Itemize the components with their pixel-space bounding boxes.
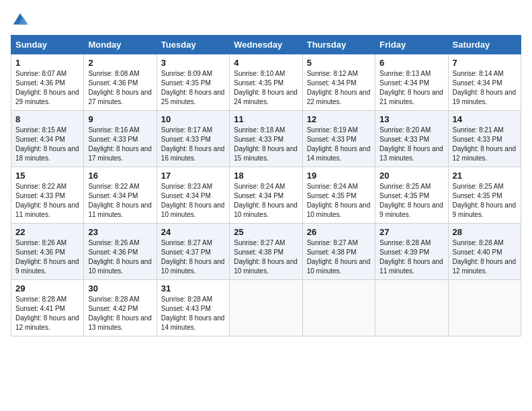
calendar-day-cell: 26 Sunrise: 8:27 AM Sunset: 4:38 PM Dayl… xyxy=(302,224,375,280)
day-info: Sunrise: 8:27 AM Sunset: 4:37 PM Dayligh… xyxy=(161,238,225,276)
calendar-day-cell: 1 Sunrise: 8:07 AM Sunset: 4:36 PM Dayli… xyxy=(11,54,84,111)
calendar-week-row: 22 Sunrise: 8:26 AM Sunset: 4:36 PM Dayl… xyxy=(11,224,521,280)
day-number: 16 xyxy=(88,171,152,181)
day-info: Sunrise: 8:27 AM Sunset: 4:38 PM Dayligh… xyxy=(307,238,371,276)
day-number: 11 xyxy=(234,114,298,124)
calendar-week-row: 15 Sunrise: 8:22 AM Sunset: 4:33 PM Dayl… xyxy=(11,167,521,224)
day-info: Sunrise: 8:22 AM Sunset: 4:34 PM Dayligh… xyxy=(88,182,152,220)
day-number: 26 xyxy=(307,227,371,237)
calendar-day-cell: 9 Sunrise: 8:16 AM Sunset: 4:33 PM Dayli… xyxy=(84,111,157,167)
day-info: Sunrise: 8:25 AM Sunset: 4:35 PM Dayligh… xyxy=(453,182,517,220)
weekday-header: Wednesday xyxy=(230,36,302,54)
day-number: 27 xyxy=(380,227,443,237)
calendar-week-row: 8 Sunrise: 8:15 AM Sunset: 4:34 PM Dayli… xyxy=(11,111,521,167)
day-info: Sunrise: 8:28 AM Sunset: 4:39 PM Dayligh… xyxy=(380,238,443,276)
day-number: 21 xyxy=(453,171,517,181)
calendar-day-cell: 18 Sunrise: 8:24 AM Sunset: 4:34 PM Dayl… xyxy=(230,167,302,224)
day-info: Sunrise: 8:14 AM Sunset: 4:34 PM Dayligh… xyxy=(453,69,517,107)
day-number: 2 xyxy=(88,58,152,68)
day-number: 1 xyxy=(15,58,79,68)
calendar-day-cell: 8 Sunrise: 8:15 AM Sunset: 4:34 PM Dayli… xyxy=(11,111,84,167)
day-info: Sunrise: 8:28 AM Sunset: 4:42 PM Dayligh… xyxy=(88,295,152,332)
calendar-day-cell: 15 Sunrise: 8:22 AM Sunset: 4:33 PM Dayl… xyxy=(11,167,84,224)
calendar-day-cell: 3 Sunrise: 8:09 AM Sunset: 4:35 PM Dayli… xyxy=(157,54,229,111)
logo xyxy=(11,11,32,30)
day-info: Sunrise: 8:09 AM Sunset: 4:35 PM Dayligh… xyxy=(161,69,225,107)
calendar-day-cell: 24 Sunrise: 8:27 AM Sunset: 4:37 PM Dayl… xyxy=(157,224,229,280)
day-info: Sunrise: 8:28 AM Sunset: 4:40 PM Dayligh… xyxy=(453,238,517,276)
day-number: 15 xyxy=(15,171,79,181)
day-number: 17 xyxy=(161,171,225,181)
day-number: 10 xyxy=(161,114,225,124)
calendar-table: SundayMondayTuesdayWednesdayThursdayFrid… xyxy=(11,35,521,336)
day-number: 14 xyxy=(453,114,517,124)
calendar-day-cell: 17 Sunrise: 8:23 AM Sunset: 4:34 PM Dayl… xyxy=(157,167,229,224)
calendar-day-cell xyxy=(375,280,448,336)
calendar-day-cell: 21 Sunrise: 8:25 AM Sunset: 4:35 PM Dayl… xyxy=(448,167,521,224)
day-info: Sunrise: 8:24 AM Sunset: 4:35 PM Dayligh… xyxy=(307,182,371,220)
day-number: 4 xyxy=(234,58,298,68)
day-number: 19 xyxy=(307,171,371,181)
day-number: 13 xyxy=(380,114,443,124)
calendar-day-cell: 2 Sunrise: 8:08 AM Sunset: 4:36 PM Dayli… xyxy=(84,54,157,111)
page-header xyxy=(11,11,521,30)
day-info: Sunrise: 8:23 AM Sunset: 4:34 PM Dayligh… xyxy=(161,182,225,220)
weekday-header: Sunday xyxy=(11,36,84,54)
day-info: Sunrise: 8:13 AM Sunset: 4:34 PM Dayligh… xyxy=(380,69,443,107)
calendar-day-cell: 29 Sunrise: 8:28 AM Sunset: 4:41 PM Dayl… xyxy=(11,280,84,336)
day-number: 20 xyxy=(380,171,443,181)
day-number: 7 xyxy=(453,58,517,68)
day-info: Sunrise: 8:26 AM Sunset: 4:36 PM Dayligh… xyxy=(15,238,79,276)
day-number: 5 xyxy=(307,58,371,68)
day-number: 24 xyxy=(161,227,225,237)
calendar-day-cell: 28 Sunrise: 8:28 AM Sunset: 4:40 PM Dayl… xyxy=(448,224,521,280)
calendar-day-cell xyxy=(230,280,302,336)
day-info: Sunrise: 8:24 AM Sunset: 4:34 PM Dayligh… xyxy=(234,182,298,220)
day-number: 8 xyxy=(15,114,79,124)
day-info: Sunrise: 8:27 AM Sunset: 4:38 PM Dayligh… xyxy=(234,238,298,276)
day-info: Sunrise: 8:26 AM Sunset: 4:36 PM Dayligh… xyxy=(88,238,152,276)
day-info: Sunrise: 8:21 AM Sunset: 4:33 PM Dayligh… xyxy=(453,126,517,163)
day-number: 31 xyxy=(161,283,225,293)
day-info: Sunrise: 8:18 AM Sunset: 4:33 PM Dayligh… xyxy=(234,126,298,163)
day-info: Sunrise: 8:22 AM Sunset: 4:33 PM Dayligh… xyxy=(15,182,79,220)
day-number: 29 xyxy=(15,283,79,293)
weekday-header: Thursday xyxy=(302,36,375,54)
day-number: 25 xyxy=(234,227,298,237)
day-number: 28 xyxy=(453,227,517,237)
day-number: 22 xyxy=(15,227,79,237)
day-info: Sunrise: 8:16 AM Sunset: 4:33 PM Dayligh… xyxy=(88,126,152,163)
weekday-header: Friday xyxy=(375,36,448,54)
day-number: 18 xyxy=(234,171,298,181)
calendar-day-cell: 5 Sunrise: 8:12 AM Sunset: 4:34 PM Dayli… xyxy=(302,54,375,111)
calendar-week-row: 29 Sunrise: 8:28 AM Sunset: 4:41 PM Dayl… xyxy=(11,280,521,336)
weekday-header: Saturday xyxy=(448,36,521,54)
day-number: 3 xyxy=(161,58,225,68)
day-number: 23 xyxy=(88,227,152,237)
calendar-day-cell: 22 Sunrise: 8:26 AM Sunset: 4:36 PM Dayl… xyxy=(11,224,84,280)
calendar-day-cell: 30 Sunrise: 8:28 AM Sunset: 4:42 PM Dayl… xyxy=(84,280,157,336)
day-info: Sunrise: 8:28 AM Sunset: 4:41 PM Dayligh… xyxy=(15,295,79,332)
calendar-day-cell xyxy=(302,280,375,336)
day-number: 6 xyxy=(380,58,443,68)
calendar-header-row: SundayMondayTuesdayWednesdayThursdayFrid… xyxy=(11,36,521,54)
calendar-week-row: 1 Sunrise: 8:07 AM Sunset: 4:36 PM Dayli… xyxy=(11,54,521,111)
day-info: Sunrise: 8:28 AM Sunset: 4:43 PM Dayligh… xyxy=(161,295,225,332)
calendar-day-cell xyxy=(448,280,521,336)
day-number: 9 xyxy=(88,114,152,124)
calendar-day-cell: 27 Sunrise: 8:28 AM Sunset: 4:39 PM Dayl… xyxy=(375,224,448,280)
calendar-day-cell: 20 Sunrise: 8:25 AM Sunset: 4:35 PM Dayl… xyxy=(375,167,448,224)
calendar-day-cell: 13 Sunrise: 8:20 AM Sunset: 4:33 PM Dayl… xyxy=(375,111,448,167)
calendar-day-cell: 6 Sunrise: 8:13 AM Sunset: 4:34 PM Dayli… xyxy=(375,54,448,111)
calendar-day-cell: 4 Sunrise: 8:10 AM Sunset: 4:35 PM Dayli… xyxy=(230,54,302,111)
day-info: Sunrise: 8:07 AM Sunset: 4:36 PM Dayligh… xyxy=(15,69,79,107)
calendar-day-cell: 23 Sunrise: 8:26 AM Sunset: 4:36 PM Dayl… xyxy=(84,224,157,280)
weekday-header: Tuesday xyxy=(157,36,229,54)
calendar-day-cell: 12 Sunrise: 8:19 AM Sunset: 4:33 PM Dayl… xyxy=(302,111,375,167)
day-info: Sunrise: 8:08 AM Sunset: 4:36 PM Dayligh… xyxy=(88,69,152,107)
calendar-day-cell: 19 Sunrise: 8:24 AM Sunset: 4:35 PM Dayl… xyxy=(302,167,375,224)
day-number: 12 xyxy=(307,114,371,124)
day-info: Sunrise: 8:10 AM Sunset: 4:35 PM Dayligh… xyxy=(234,69,298,107)
day-number: 30 xyxy=(88,283,152,293)
day-info: Sunrise: 8:17 AM Sunset: 4:33 PM Dayligh… xyxy=(161,126,225,163)
